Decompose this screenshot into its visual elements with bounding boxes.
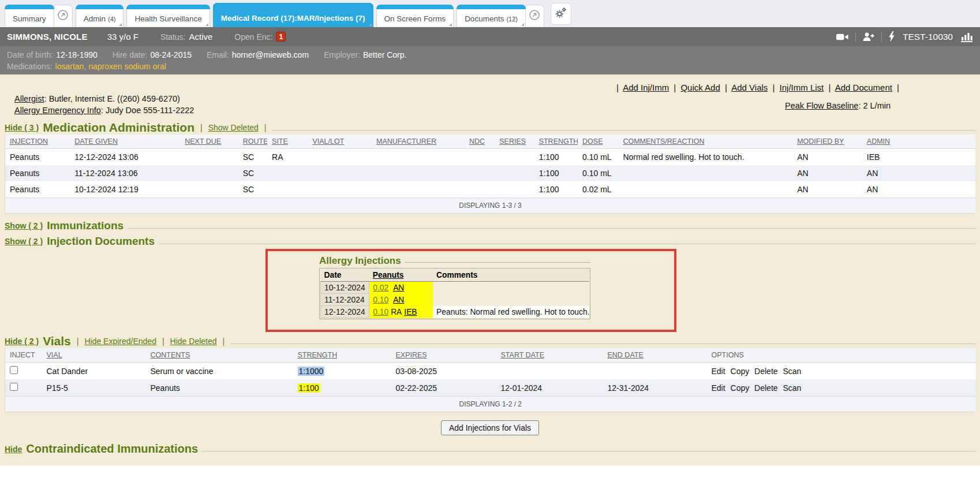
injection-documents-title: Injection Documents <box>47 235 155 248</box>
col-modified-by[interactable]: MODIFIED BY <box>797 137 844 145</box>
allergy-injections-zone: Allergy Injections Date Peanuts Comments <box>5 248 975 334</box>
edit-option[interactable]: Edit <box>712 383 725 393</box>
contraindicated-heading: Hide Contraindicated Immunizations <box>5 442 975 456</box>
contraindicated-toggle[interactable]: Hide <box>5 445 22 454</box>
page-bottom <box>0 465 980 500</box>
med-admin-toggle[interactable]: Hide ( 3 ) <box>5 123 39 132</box>
vials-heading: Hide ( 2 ) Vials | Hide Expired/Ended | … <box>5 334 975 348</box>
medications-value[interactable]: losartan, naproxen sodium oral <box>55 62 166 71</box>
ai-dose-link[interactable]: 0.10 <box>373 308 388 316</box>
ai-admin-link[interactable]: AN <box>393 296 404 304</box>
documents-popup-button[interactable] <box>525 5 544 27</box>
ai-dose-link[interactable]: 0.10 <box>373 296 388 304</box>
inj-imm-list-link[interactable]: Inj/Imm List <box>780 83 824 92</box>
inject-checkbox[interactable] <box>10 366 18 374</box>
col-dose[interactable]: DOSE <box>582 137 603 145</box>
video-camera-icon[interactable] <box>836 32 849 42</box>
allergy-emergency-info-value: : Judy Doe 555-111-2222 <box>101 106 194 115</box>
allergy-emergency-info-link[interactable]: Allergy Emergency Info <box>14 106 101 115</box>
cell <box>372 165 465 181</box>
vials-toggle[interactable]: Hide ( 2 ) <box>5 337 39 346</box>
ai-admin-link[interactable]: IEB <box>404 308 417 316</box>
medications-label: Medications: <box>7 62 53 71</box>
immunizations-toggle[interactable]: Show ( 2 ) <box>5 221 43 230</box>
col-contents[interactable]: CONTENTS <box>151 351 190 359</box>
allergist-link[interactable]: Allergist <box>14 94 44 103</box>
vial-row: Cat Dander Serum or vaccine 1:1000 03-08… <box>5 363 976 380</box>
ai-col-peanuts[interactable]: Peanuts <box>373 271 404 279</box>
col-strength[interactable]: STRENGTH <box>539 137 578 145</box>
scan-option[interactable]: Scan <box>783 367 801 376</box>
cell: 1:100 <box>534 149 578 166</box>
tab-admin-count: (4) <box>108 16 115 23</box>
ai-date: 12-12-2024 <box>321 306 369 318</box>
vial-row: P15-5 Peanuts 1:100 02-22-2025 12-01-202… <box>5 379 976 397</box>
col-vial-strength[interactable]: STRENGTH <box>298 351 338 359</box>
inject-checkbox[interactable] <box>10 383 18 391</box>
bar-chart-icon[interactable] <box>960 32 973 42</box>
hide-deleted-link[interactable]: Hide Deleted <box>170 337 217 346</box>
add-vials-link[interactable]: Add Vials <box>731 83 768 92</box>
add-inj-imm-link[interactable]: Add Inj/Imm <box>623 83 669 92</box>
summary-popup-button[interactable] <box>53 5 73 27</box>
col-site[interactable]: SITE <box>272 137 288 145</box>
copy-option[interactable]: Copy <box>731 383 750 393</box>
tab-admin-label: Admin <box>84 14 106 23</box>
quick-add-link[interactable]: Quick Add <box>680 83 720 92</box>
col-series[interactable]: SERIES <box>499 137 526 145</box>
add-document-link[interactable]: Add Document <box>835 83 892 92</box>
heading-rule <box>159 244 975 244</box>
add-injections-for-vials-button[interactable]: Add Injections for Vials <box>441 420 539 435</box>
tab-documents-label: Documents <box>465 14 504 23</box>
delete-option[interactable]: Delete <box>754 383 777 393</box>
col-expires[interactable]: EXPIRES <box>396 351 427 359</box>
col-next-due[interactable]: NEXT DUE <box>185 137 221 145</box>
vial-strength: 1:100 <box>298 383 320 393</box>
settings-button[interactable] <box>551 3 571 25</box>
col-end-date[interactable]: END DATE <box>608 351 644 359</box>
col-vial-lot[interactable]: VIAL/LOT <box>312 137 344 145</box>
col-date-given[interactable]: DATE GIVEN <box>74 137 118 145</box>
tab-on-screen-forms[interactable]: On Screen Forms <box>376 5 454 27</box>
vial-end-date: 12-31-2024 <box>603 379 707 397</box>
vials-title: Vials <box>43 334 71 348</box>
col-vial[interactable]: VIAL <box>47 351 62 359</box>
col-manufacturer[interactable]: MANUFACTURER <box>376 137 436 145</box>
patient-name: SIMMONS, NICOLE <box>7 32 88 42</box>
heading-rule <box>405 262 590 263</box>
lightning-bolt-icon[interactable] <box>888 31 895 42</box>
cell: SC <box>238 149 267 166</box>
col-ndc[interactable]: NDC <box>469 137 485 145</box>
vial-contents: Serum or vaccine <box>146 363 293 380</box>
tab-documents[interactable]: Documents (12) <box>457 5 526 27</box>
vial-expires: 03-08-2025 <box>391 363 496 380</box>
med-admin-header-row: INJECTION DATE GIVEN NEXT DUE ROUTE SITE… <box>5 135 976 149</box>
ai-admin-link[interactable]: AN <box>393 283 404 292</box>
med-admin-heading: Hide ( 3 ) Medication Administration | S… <box>5 121 975 135</box>
col-start-date[interactable]: START DATE <box>501 351 544 359</box>
edit-option[interactable]: Edit <box>712 367 725 376</box>
scan-option[interactable]: Scan <box>783 383 801 393</box>
ai-dose-link[interactable]: 0.02 <box>373 283 388 292</box>
injection-documents-toggle[interactable]: Show ( 2 ) <box>5 237 43 246</box>
open-enc-badge[interactable]: 1 <box>276 32 286 42</box>
copy-option[interactable]: Copy <box>731 367 750 376</box>
col-comments[interactable]: COMMENTS/REACTION <box>623 137 704 145</box>
heading-rule <box>230 344 975 344</box>
cell <box>308 165 372 181</box>
hide-expired-link[interactable]: Hide Expired/Ended <box>84 337 156 346</box>
show-deleted-link[interactable]: Show Deleted <box>208 123 259 132</box>
cell: 0.02 mL <box>578 181 618 198</box>
peak-flow-baseline-link[interactable]: Peak Flow Baseline <box>785 101 858 110</box>
employer-label: Employer: <box>324 50 360 59</box>
tab-health-surveillance[interactable]: Health Surveillance <box>126 5 210 27</box>
col-admin[interactable]: ADMIN <box>867 137 890 145</box>
tab-summary[interactable]: Summary <box>5 5 54 27</box>
ai-date: 11-12-2024 <box>321 294 369 306</box>
tab-medical-record[interactable]: Medical Record (17):MAR/Injections (7) <box>213 3 373 27</box>
col-route[interactable]: ROUTE <box>243 137 267 145</box>
person-add-icon[interactable] <box>862 32 875 42</box>
col-injection[interactable]: INJECTION <box>10 137 48 145</box>
tab-admin[interactable]: Admin (4) <box>76 5 124 27</box>
delete-option[interactable]: Delete <box>754 367 777 376</box>
